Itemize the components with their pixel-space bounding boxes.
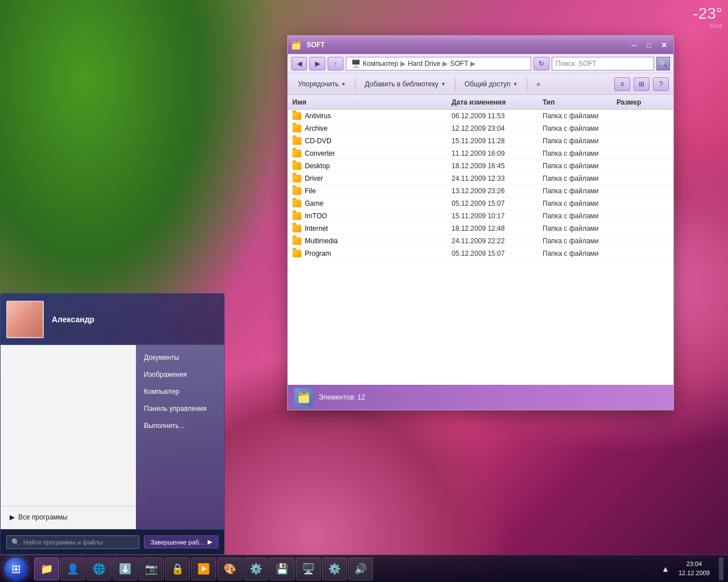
toolbar-divider-3 xyxy=(527,78,527,90)
col-header-name[interactable]: Имя xyxy=(288,98,447,106)
taskbar-pin-3[interactable]: ⬇️ xyxy=(113,558,138,580)
file-name-text: Program xyxy=(305,250,331,257)
path-icon: 🖥️ xyxy=(351,59,361,68)
shutdown-button[interactable]: Завершение раб... ▶ xyxy=(144,535,218,548)
all-programs-button[interactable]: ▶ Все программы xyxy=(1,510,136,525)
table-row[interactable]: Driver 24.11.2009 12:33 Папка с файлами xyxy=(288,172,673,185)
path-folder: SOFT xyxy=(450,60,468,68)
file-type-cell: Папка с файлами xyxy=(538,187,612,195)
file-date-cell: 24.11.2009 12:33 xyxy=(447,174,538,182)
table-row[interactable]: Game 05.12.2009 15:07 Папка с файлами xyxy=(288,197,673,210)
file-type-cell: Папка с файлами xyxy=(538,237,612,245)
search-box[interactable]: Поиск: SOFT xyxy=(552,57,654,70)
path-drive: Hard Drive xyxy=(408,60,440,68)
user-name: Александр xyxy=(52,315,94,324)
start-menu-header: Александр xyxy=(1,294,224,345)
weather-location: Киев xyxy=(693,23,722,29)
table-row[interactable]: Internet 18.12.2009 12:48 Папка с файлам… xyxy=(288,222,673,235)
file-date-cell: 15.11.2009 11:28 xyxy=(447,137,538,145)
organize-chevron-icon: ▼ xyxy=(341,81,346,87)
avatar xyxy=(6,301,44,338)
col-header-size[interactable]: Размер xyxy=(612,98,669,106)
file-name-cell: Desktop xyxy=(288,162,447,170)
col-header-date[interactable]: Дата изменения xyxy=(447,98,538,106)
table-row[interactable]: Archive 12.12.2009 23:04 Папка с файлами xyxy=(288,122,673,135)
back-button[interactable]: ◀ xyxy=(291,57,307,70)
table-row[interactable]: Multimedia 24.11.2009 22:22 Папка с файл… xyxy=(288,235,673,247)
up-button[interactable]: ↑ xyxy=(328,57,344,70)
start-button[interactable]: ⊞ xyxy=(0,555,32,583)
menu-item-control-panel[interactable]: Панель управления xyxy=(136,401,224,417)
taskbar-pin-9[interactable]: 💾 xyxy=(270,558,295,580)
start-menu-body: ▶ Все программы Документы Изображения Ко… xyxy=(1,345,224,529)
minimize-button[interactable]: ─ xyxy=(628,39,640,51)
file-type-cell: Папка с файлами xyxy=(538,149,612,157)
start-menu: Александр ▶ Все программы Документы Изоб… xyxy=(0,293,225,555)
taskbar-pin-1[interactable]: 👤 xyxy=(60,558,85,580)
refresh-button[interactable]: ↻ xyxy=(533,57,549,70)
table-row[interactable]: ImTOO 15.11.2009 10:17 Папка с файлами xyxy=(288,210,673,222)
file-date-cell: 18.12.2009 16:45 xyxy=(447,162,538,170)
tray-icon-1: ▲ xyxy=(661,564,669,573)
file-name-cell: Archive xyxy=(288,124,447,132)
table-row[interactable]: File 13.12.2009 23:26 Папка с файлами xyxy=(288,185,673,197)
window-icon: 🗂️ xyxy=(291,40,301,49)
taskbar-pin-2[interactable]: 🌐 xyxy=(86,558,111,580)
arrow-right-icon: ▶ xyxy=(10,513,15,521)
file-type-cell: Папка с файлами xyxy=(538,112,612,120)
folder-icon xyxy=(292,149,301,157)
folder-icon xyxy=(292,124,301,132)
view-icons-button[interactable]: ⊞ xyxy=(634,77,650,91)
clock: 23:04 12.12.2009 xyxy=(674,559,714,579)
taskbar-pin-5[interactable]: 🔒 xyxy=(165,558,190,580)
file-date-cell: 05.12.2009 15:07 xyxy=(447,250,538,257)
menu-item-run[interactable]: Выполнить... xyxy=(136,418,224,434)
file-type-cell: Папка с файлами xyxy=(538,250,612,257)
taskbar-explorer-button[interactable]: 📁 xyxy=(34,558,59,580)
show-desktop-button[interactable] xyxy=(719,558,723,580)
file-name-cell: File xyxy=(288,187,447,195)
clock-time: 23:04 xyxy=(679,560,710,568)
close-button[interactable]: ✕ xyxy=(657,39,670,51)
file-list: Antivirus 06.12.2009 11:53 Папка с файла… xyxy=(288,110,673,385)
file-date-cell: 15.11.2009 10:17 xyxy=(447,212,538,220)
table-row[interactable]: Program 05.12.2009 15:07 Папка с файлами xyxy=(288,247,673,260)
file-name-text: Multimedia xyxy=(305,237,338,245)
taskbar-items: 📁 👤 🌐 ⬇️ 📷 🔒 ▶️ 🎨 ⚙️ 💾 🖥️ ⚙️ 🔊 xyxy=(32,555,657,582)
address-path[interactable]: 🖥️ Компьютер ▶ Hard Drive ▶ SOFT ▶ xyxy=(346,57,531,70)
taskbar-pin-8[interactable]: ⚙️ xyxy=(243,558,268,580)
table-row[interactable]: Desktop 18.12.2009 16:45 Папка с файлами xyxy=(288,160,673,172)
forward-button[interactable]: ▶ xyxy=(309,57,325,70)
column-headers: Имя Дата изменения Тип Размер xyxy=(288,95,673,110)
taskbar-pin-4[interactable]: 📷 xyxy=(139,558,164,580)
menu-item-documents[interactable]: Документы xyxy=(136,350,224,365)
start-search-input[interactable] xyxy=(23,539,134,546)
start-search-box[interactable]: 🔍 xyxy=(6,535,139,549)
folder-icon xyxy=(292,225,301,232)
taskbar-pin-10[interactable]: 🖥️ xyxy=(296,558,321,580)
table-row[interactable]: Converter 11.12.2009 16:09 Папка с файла… xyxy=(288,147,673,160)
share-button[interactable]: Общий доступ ▼ xyxy=(459,78,524,90)
col-header-type[interactable]: Тип xyxy=(538,98,612,106)
menu-item-images[interactable]: Изображения xyxy=(136,367,224,383)
file-name-text: Archive xyxy=(305,124,328,132)
taskbar-pin-6[interactable]: ▶️ xyxy=(191,558,216,580)
system-tray: ▲ xyxy=(661,564,669,573)
organize-button[interactable]: Упорядочить ▼ xyxy=(292,78,351,90)
more-button[interactable]: » xyxy=(531,78,546,90)
table-row[interactable]: Antivirus 06.12.2009 11:53 Папка с файла… xyxy=(288,110,673,122)
weather-widget: -23° Киев xyxy=(693,5,722,29)
view-details-button[interactable]: ≡ xyxy=(614,77,630,91)
taskbar-pin-11[interactable]: ⚙️ xyxy=(322,558,347,580)
help-button[interactable]: ? xyxy=(653,77,669,91)
taskbar-pin-7[interactable]: 🎨 xyxy=(217,558,242,580)
menu-item-computer[interactable]: Компьютер xyxy=(136,384,224,400)
folder-icon xyxy=(292,237,301,245)
start-menu-right-panel: Документы Изображения Компьютер Панель у… xyxy=(136,345,224,529)
table-row[interactable]: CD-DVD 15.11.2009 11:28 Папка с файлами xyxy=(288,135,673,147)
search-submit-button[interactable]: 🔍 xyxy=(656,57,670,70)
maximize-button[interactable]: □ xyxy=(643,39,655,51)
address-bar: ◀ ▶ ↑ 🖥️ Компьютер ▶ Hard Drive ▶ SOFT ▶… xyxy=(288,54,673,73)
taskbar-pin-12[interactable]: 🔊 xyxy=(348,558,373,580)
add-library-button[interactable]: Добавить в библиотеку ▼ xyxy=(359,78,451,90)
